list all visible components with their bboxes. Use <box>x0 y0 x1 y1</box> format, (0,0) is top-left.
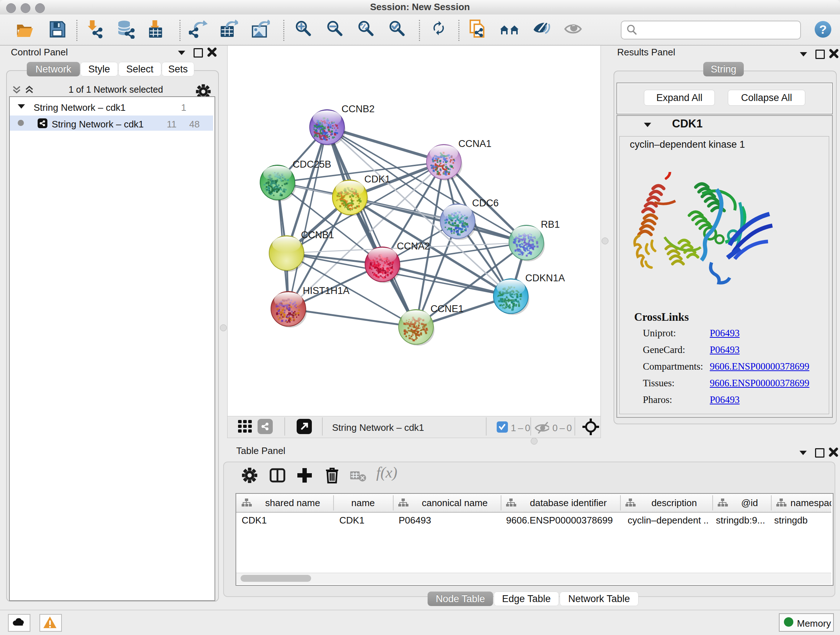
svg-text:CCNE1: CCNE1 <box>431 303 464 314</box>
svg-text:CCNB1: CCNB1 <box>301 230 334 241</box>
svg-text:CDC6: CDC6 <box>472 198 499 209</box>
svg-text:CDC25B: CDC25B <box>293 159 332 170</box>
svg-text:CCNA1: CCNA1 <box>458 138 492 149</box>
svg-text:HIST1H1A: HIST1H1A <box>303 285 349 296</box>
svg-text:CDK1: CDK1 <box>364 174 390 185</box>
svg-text:CCNA2: CCNA2 <box>397 241 430 252</box>
svg-text:CCNB2: CCNB2 <box>341 103 375 114</box>
svg-text:RB1: RB1 <box>541 219 560 230</box>
svg-text:CDKN1A: CDKN1A <box>525 272 565 283</box>
